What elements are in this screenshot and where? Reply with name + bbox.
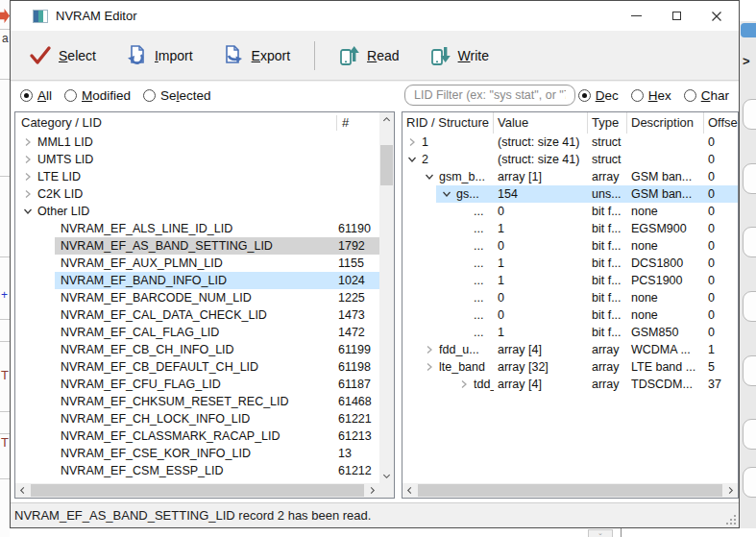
structure-row[interactable]: fdd_u...array [4]arrayWCDMA ...1 bbox=[402, 341, 738, 358]
lid-filter-input[interactable] bbox=[404, 85, 575, 106]
left-vertical-scrollbar[interactable] bbox=[379, 112, 394, 483]
scroll-left-icon[interactable] bbox=[15, 483, 30, 498]
description-cell: LTE band ... bbox=[627, 358, 704, 376]
radio-selected[interactable]: Selected bbox=[143, 88, 211, 103]
scroll-left-icon[interactable] bbox=[402, 483, 417, 498]
lid-tree-row[interactable]: C2K LID bbox=[15, 185, 379, 203]
lid-tree-row[interactable]: NVRAM_EF_ALS_LINE_ID_LID61190 bbox=[15, 220, 379, 237]
scroll-right-icon[interactable] bbox=[365, 483, 379, 498]
value-cell: 154 bbox=[494, 185, 588, 203]
column-header-type[interactable]: Type bbox=[588, 112, 627, 134]
lid-tree-row[interactable]: NVRAM_EF_CLASSMARK_RACAP_LID61213 bbox=[15, 427, 379, 445]
resize-grip[interactable] bbox=[725, 514, 737, 525]
structure-row[interactable]: gs...154uns...GSM ban...0 bbox=[402, 185, 738, 203]
background-bottom-strip: ⌄ bbox=[10, 528, 756, 537]
chevron-right-icon[interactable] bbox=[21, 135, 35, 149]
description-cell: EGSM900 bbox=[627, 220, 704, 237]
column-header-category-lid[interactable]: Category / LID bbox=[21, 115, 102, 130]
lid-tree-row[interactable]: NVRAM_EF_CHKSUM_RESET_REC_LID61468 bbox=[15, 393, 379, 410]
lid-tree-row[interactable]: LTE LID bbox=[15, 168, 379, 185]
scroll-up-icon[interactable] bbox=[379, 112, 394, 127]
lid-tree-row[interactable]: NVRAM_EF_CFU_FLAG_LID61187 bbox=[15, 376, 379, 393]
right-horizontal-scrollbar[interactable] bbox=[402, 483, 738, 498]
export-button[interactable]: Export bbox=[213, 38, 298, 73]
column-header-rid-structure[interactable]: RID / Structure bbox=[402, 112, 494, 134]
chevron-down-icon[interactable] bbox=[21, 205, 35, 218]
app-icon bbox=[33, 10, 48, 23]
radio-hex-label: Hex bbox=[648, 88, 671, 103]
structure-row[interactable]: tdd_u...array [4]arrayTDSCDM...37 bbox=[402, 376, 738, 393]
chevron-right-icon[interactable] bbox=[21, 170, 35, 183]
description-cell: none bbox=[627, 203, 704, 220]
lid-tree-row[interactable]: NVRAM_EF_CH_LOCK_INFO_LID61221 bbox=[15, 410, 379, 427]
lid-tree-row[interactable]: NVRAM_EF_BAND_INFO_LID1024 bbox=[15, 272, 379, 289]
chevron-right-icon[interactable] bbox=[21, 187, 35, 201]
column-header-value[interactable]: Value bbox=[494, 112, 588, 134]
column-header-offset[interactable]: Offset bbox=[704, 112, 738, 134]
chevron-right-icon[interactable] bbox=[423, 360, 436, 374]
close-button[interactable] bbox=[696, 1, 737, 31]
structure-row[interactable]: ...0bit f...none0 bbox=[402, 289, 738, 306]
chevron-right-icon[interactable] bbox=[457, 378, 471, 391]
select-label: Select bbox=[59, 48, 96, 63]
structure-label: ... bbox=[474, 220, 483, 237]
scroll-down-icon[interactable] bbox=[379, 469, 394, 483]
structure-row[interactable]: ...1bit f...DCS18000 bbox=[402, 255, 738, 272]
type-cell: bit f... bbox=[588, 272, 627, 289]
lid-tree-row[interactable]: MML1 LID bbox=[15, 134, 379, 151]
minimize-button[interactable] bbox=[616, 1, 656, 31]
lid-tree-row[interactable]: NVRAM_EF_CSM_ESSP_LID61212 bbox=[15, 462, 379, 479]
radio-hex[interactable]: Hex bbox=[631, 88, 671, 103]
read-button[interactable]: Read bbox=[329, 38, 406, 73]
scrollbar-thumb[interactable] bbox=[31, 484, 364, 497]
chevron-down-icon[interactable] bbox=[440, 187, 453, 201]
radio-all[interactable]: All bbox=[20, 88, 52, 103]
chevron-right-icon[interactable] bbox=[405, 135, 419, 149]
structure-row[interactable]: ...1bit f...PCS19000 bbox=[402, 272, 738, 289]
structure-row[interactable]: ...0bit f...none0 bbox=[402, 203, 738, 220]
structure-row[interactable]: lte_bandarray [32]arrayLTE band ...5 bbox=[402, 358, 738, 376]
structure-row[interactable]: ...0bit f...none0 bbox=[402, 306, 738, 324]
lid-tree-row[interactable]: NVRAM_EF_AUX_PLMN_LID1155 bbox=[15, 255, 379, 272]
chevron-placeholder bbox=[457, 205, 471, 218]
structure-row[interactable]: ...1bit f...GSM8500 bbox=[402, 324, 738, 341]
description-cell bbox=[627, 151, 704, 168]
left-horizontal-scrollbar[interactable] bbox=[15, 483, 379, 498]
structure-row[interactable]: ...1bit f...EGSM9000 bbox=[402, 220, 738, 237]
radio-dec[interactable]: Dec bbox=[578, 88, 619, 103]
structure-row[interactable]: 2(struct: size 41)struct0 bbox=[402, 151, 738, 168]
offset-cell: 0 bbox=[704, 134, 738, 151]
lid-tree-row[interactable]: NVRAM_EF_CAL_DATA_CHECK_LID1473 bbox=[15, 306, 379, 324]
lid-label: NVRAM_EF_BAND_INFO_LID bbox=[61, 274, 227, 287]
scrollbar-thumb[interactable] bbox=[418, 484, 722, 497]
lid-tree-row[interactable]: NVRAM_EF_CSE_KOR_INFO_LID13 bbox=[15, 445, 379, 462]
radio-modified[interactable]: Modified bbox=[64, 88, 131, 103]
import-button[interactable]: Import bbox=[116, 38, 201, 73]
maximize-button[interactable] bbox=[656, 1, 696, 31]
column-header-count[interactable]: # bbox=[342, 115, 349, 130]
offset-cell: 0 bbox=[704, 168, 738, 185]
chevron-right-icon[interactable] bbox=[21, 153, 35, 166]
lid-tree-row[interactable]: NVRAM_EF_CB_DEFAULT_CH_LID61198 bbox=[15, 358, 379, 376]
lid-tree-row[interactable]: UMTS LID bbox=[15, 151, 379, 168]
write-phone-icon bbox=[427, 43, 452, 68]
select-button[interactable]: Select bbox=[20, 38, 104, 73]
chevron-down-icon[interactable] bbox=[423, 170, 436, 183]
lid-tree-row[interactable]: NVRAM_EF_AS_BAND_SETTING_LID1792 bbox=[15, 237, 379, 255]
type-cell: array bbox=[588, 376, 627, 393]
structure-row[interactable]: gsm_b...array [1]arrayGSM ban...0 bbox=[402, 168, 738, 185]
scrollbar-thumb[interactable] bbox=[380, 145, 393, 185]
scroll-right-icon[interactable] bbox=[723, 483, 738, 498]
structure-row[interactable]: 1(struct: size 41)struct0 bbox=[402, 134, 738, 151]
chevron-right-icon[interactable] bbox=[423, 343, 436, 356]
radio-char[interactable]: Char bbox=[684, 88, 729, 103]
structure-row[interactable]: ...0bit f...none0 bbox=[402, 237, 738, 255]
column-header-description[interactable]: Description bbox=[627, 112, 704, 134]
type-cell: bit f... bbox=[588, 289, 627, 306]
write-button[interactable]: Write bbox=[420, 38, 497, 73]
lid-tree-row[interactable]: Other LID bbox=[15, 203, 379, 220]
lid-tree-row[interactable]: NVRAM_EF_CAL_FLAG_LID1472 bbox=[15, 324, 379, 341]
chevron-down-icon[interactable] bbox=[405, 153, 419, 166]
lid-tree-row[interactable]: NVRAM_EF_BARCODE_NUM_LID1225 bbox=[15, 289, 379, 306]
lid-tree-row[interactable]: NVRAM_EF_CB_CH_INFO_LID61199 bbox=[15, 341, 379, 358]
